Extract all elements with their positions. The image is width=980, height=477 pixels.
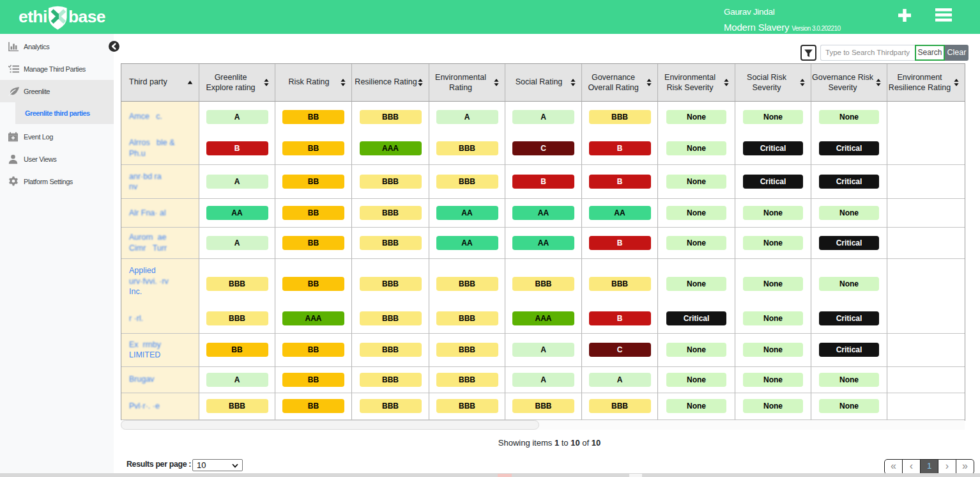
svg-text:base: base <box>68 7 105 26</box>
svg-text:ethi: ethi <box>19 7 47 26</box>
